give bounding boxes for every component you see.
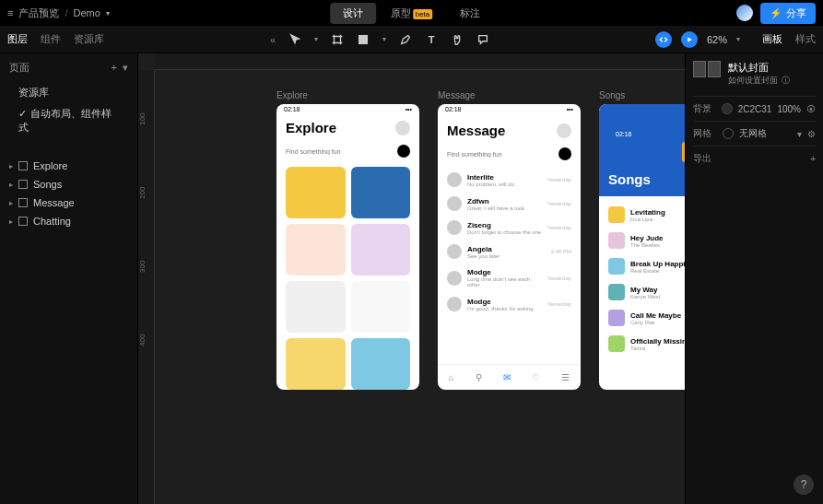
share-icon: ⚡ [770, 7, 782, 19]
status-icons: ••• [406, 106, 412, 112]
song-row: Officially Missing YouTamia [608, 331, 685, 357]
layer-item[interactable]: ▸Songs [0, 175, 137, 193]
grid-label: 网格 [693, 127, 717, 140]
toolbar: 图层 组件 资源库 « ▾ ▾ T 62% ▾ 画板 样式 [0, 26, 823, 53]
song-row: Break Up HappilyReal Estate [608, 253, 685, 279]
layer-item[interactable]: ▸Chatting [0, 212, 137, 230]
play-button[interactable] [681, 31, 698, 48]
export-label: 导出 [693, 152, 717, 165]
song-row: My WayKanye West [608, 279, 685, 305]
eyedropper-icon[interactable]: ⦿ [806, 104, 816, 114]
bg-swatch[interactable] [722, 103, 733, 114]
pen-tool-icon[interactable] [399, 33, 412, 46]
pages-section-title: 页面 [9, 61, 29, 75]
tab-annotate[interactable]: 标注 [447, 3, 493, 24]
frame-message[interactable]: 02:18••• Message InterliteNo problem, wi… [438, 104, 581, 390]
project-name[interactable]: Demo [73, 7, 100, 18]
info-icon: ⓘ [782, 75, 790, 87]
layer-item[interactable]: ▸Explore [0, 157, 137, 175]
tile [351, 224, 411, 275]
frame-songs[interactable]: 02:18 Songs LevitatingDua LipaHey JudeTh… [599, 104, 685, 390]
add-page-icon[interactable]: + [112, 62, 117, 74]
svg-rect-0 [359, 35, 368, 43]
message-row: InterliteNo problem, will doYesterday [447, 168, 571, 192]
zoom-level[interactable]: 62% [707, 34, 727, 45]
left-sidebar: 页面 +▾ 资源库 自动布局、组件样式 ▸Explore▸Songs▸Messa… [0, 53, 138, 504]
breadcrumb-root[interactable]: 产品预览 [18, 6, 59, 20]
message-row: ModgeLong time didn't see each otherYest… [447, 264, 571, 292]
page-title: Message [447, 123, 505, 138]
settings-icon[interactable]: ⚙ [807, 129, 816, 139]
tile [286, 224, 346, 275]
page-item-assets[interactable]: 资源库 [0, 82, 137, 103]
frame-label[interactable]: Explore [276, 90, 419, 100]
frame-tool-icon[interactable] [331, 33, 344, 46]
tile [286, 338, 346, 390]
avatar [395, 121, 410, 135]
tab-prototype[interactable]: 原型beta [378, 3, 446, 24]
avatar [557, 123, 571, 138]
chevron-down-icon[interactable]: ▾ [797, 129, 802, 139]
breadcrumb[interactable]: ≡ 产品预览 / Demo ▾ [7, 6, 110, 20]
hero-image [682, 142, 685, 162]
chevron-down-icon[interactable]: ▾ [123, 62, 128, 74]
search-input [286, 148, 392, 155]
frame-label[interactable]: Songs [599, 90, 685, 100]
frame-label[interactable]: Message [438, 90, 581, 100]
chevron-down-icon[interactable]: ▾ [106, 9, 110, 18]
bg-label: 背景 [693, 102, 716, 115]
search-input [447, 151, 553, 158]
sidebar-tab-layers[interactable]: 图层 [7, 32, 28, 46]
cover-help-link[interactable]: 如何设置封面ⓘ [728, 75, 790, 87]
right-sidebar: 默认封面 如何设置封面ⓘ 背景 2C2C31 100% ⦿ 网格 无网格 ▾ ⚙… [685, 53, 823, 504]
sidebar-tab-assets[interactable]: 资源库 [74, 32, 104, 46]
comment-tool-icon[interactable] [476, 33, 489, 46]
tile [351, 167, 411, 218]
add-export-icon[interactable]: + [810, 154, 816, 164]
rectangle-tool-icon[interactable] [357, 33, 370, 46]
chevron-down-icon[interactable]: ▾ [314, 35, 318, 43]
ruler-horizontal [155, 53, 685, 70]
inspector-tab-page[interactable]: 画板 [762, 32, 782, 46]
chevron-down-icon[interactable]: ▾ [736, 35, 740, 43]
canvas[interactable]: 100200300400 Explore 02:18••• Explore ⌂⚲… [138, 53, 685, 504]
frame-explore[interactable]: 02:18••• Explore ⌂⚲◉♡≡ [276, 104, 419, 390]
page-item-autolayout[interactable]: 自动布局、组件样式 [0, 103, 137, 138]
menu-icon[interactable]: ≡ [7, 7, 13, 18]
bg-opacity[interactable]: 100% [777, 104, 801, 114]
bottom-nav: ⌂⚲✉♡☰ [438, 364, 581, 390]
search-icon [397, 145, 410, 158]
tile [351, 281, 411, 333]
text-tool-icon[interactable]: T [425, 33, 438, 46]
status-icons: ••• [567, 106, 573, 115]
breadcrumb-separator: / [65, 7, 67, 18]
help-button[interactable]: ? [794, 475, 814, 495]
share-button[interactable]: ⚡分享 [760, 3, 816, 24]
user-avatar[interactable] [736, 5, 753, 21]
sidebar-tab-components[interactable]: 组件 [41, 32, 61, 46]
ruler-vertical: 100200300400 [138, 70, 155, 504]
chevron-down-icon[interactable]: ▾ [382, 35, 386, 43]
dev-mode-button[interactable] [655, 31, 672, 48]
bg-color-value[interactable]: 2C2C31 [738, 104, 772, 114]
page-title: Songs [608, 171, 685, 187]
grid-swatch[interactable] [723, 128, 734, 139]
search-icon [558, 147, 571, 160]
cover-title: 默认封面 [728, 61, 790, 75]
cover-thumbnails[interactable] [693, 61, 721, 77]
status-time: 02:18 [445, 106, 462, 115]
hand-tool-icon[interactable] [451, 33, 464, 46]
inspector-tab-style[interactable]: 样式 [795, 32, 816, 46]
grid-value[interactable]: 无网格 [739, 127, 792, 140]
tile [286, 281, 346, 333]
layer-item[interactable]: ▸Message [0, 193, 137, 212]
tab-design[interactable]: 设计 [330, 3, 376, 24]
status-time: 02:18 [616, 131, 632, 140]
title-bar: ≡ 产品预览 / Demo ▾ 设计 原型beta 标注 ⚡分享 [0, 0, 823, 26]
sidebar-collapse-icon[interactable]: « [270, 34, 276, 45]
tile [351, 338, 411, 390]
song-row: Hey JudeThe Beatles [608, 228, 685, 253]
message-row: ModgeI'm good, thanks for askingYesterda… [447, 292, 571, 316]
move-tool-icon[interactable] [288, 33, 301, 46]
mode-tabs: 设计 原型beta 标注 [330, 3, 494, 24]
